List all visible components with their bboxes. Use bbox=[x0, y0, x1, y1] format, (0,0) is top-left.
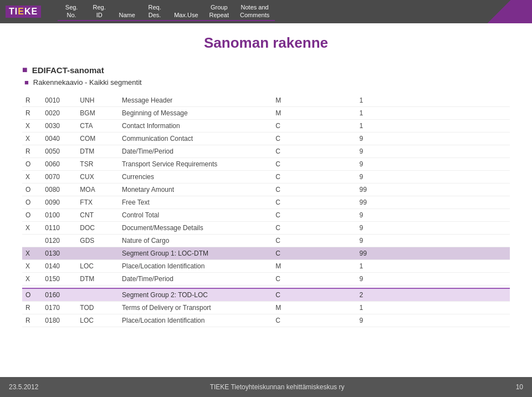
col-name: Name bbox=[113, 10, 141, 21]
logo-text: TIEKE bbox=[6, 6, 41, 18]
table-row: X0030CTAContact InformationC1 bbox=[22, 120, 510, 133]
table-row: 0120GDSNature of CargoC9 bbox=[22, 235, 510, 247]
table-row: X0070CUXCurrenciesC9 bbox=[22, 171, 510, 184]
table-row: R0020BGMBeginning of MessageM1 bbox=[22, 107, 510, 120]
header-accent bbox=[466, 0, 532, 23]
section-bullet: ■ bbox=[22, 65, 28, 75]
footer-center: TIEKE Tietoyhteiskunnan kehittämiskeskus… bbox=[210, 383, 345, 391]
sub-title-text: Rakennekaavio - Kaikki segmentit bbox=[33, 78, 142, 86]
sub-title: ■ Rakennekaavio - Kaikki segmentit bbox=[24, 78, 510, 86]
table-row: X0110DOCDocument/Message DetailsC9 bbox=[22, 222, 510, 235]
table-row: O0090FTXFree TextC99 bbox=[22, 196, 510, 209]
col-group-repeat: GroupRepeat bbox=[204, 2, 234, 22]
table-row: R0010UNHMessage HeaderM1 bbox=[22, 94, 510, 107]
footer-date: 23.5.2012 bbox=[9, 383, 38, 391]
header-columns: Seg.No. Reg.ID Name Req.Des. Max.Use Gro… bbox=[58, 2, 275, 22]
table-row: O0160Segment Group 2: TOD-LOCC2 bbox=[22, 288, 510, 302]
table-row: O0100CNTControl TotalC9 bbox=[22, 209, 510, 222]
main-content: Sanoman rakenne ■ EDIFACT-sanomat ■ Rake… bbox=[0, 23, 532, 360]
page-title: Sanoman rakenne bbox=[22, 34, 510, 52]
col-req-des: Req.Des. bbox=[141, 2, 168, 22]
col-notes-comments: Notes andComments bbox=[234, 2, 275, 22]
data-table: R0010UNHMessage HeaderM1R0020BGMBeginnin… bbox=[22, 94, 510, 327]
col-reg-id: Reg.ID bbox=[85, 2, 113, 22]
table-row: O0060TSRTransport Service RequirementsC9 bbox=[22, 158, 510, 171]
section-title-text: EDIFACT-sanomat bbox=[32, 65, 104, 75]
table-row: X0150DTMDate/Time/PeriodC9 bbox=[22, 273, 510, 286]
footer: 23.5.2012 TIEKE Tietoyhteiskunnan kehitt… bbox=[0, 377, 532, 397]
logo: TIEKE bbox=[6, 6, 41, 18]
table-row: R0180LOCPlace/Location IdentificationC9 bbox=[22, 314, 510, 327]
table-row: X0040COMCommunication ContactC9 bbox=[22, 133, 510, 145]
section-title: ■ EDIFACT-sanomat bbox=[22, 65, 510, 75]
footer-page: 10 bbox=[516, 383, 523, 391]
table-row: R0050DTMDate/Time/PeriodC9 bbox=[22, 145, 510, 158]
col-max-use: Max.Use bbox=[168, 10, 203, 21]
table-row: X0130Segment Group 1: LOC-DTMC99 bbox=[22, 247, 510, 260]
table-row: X0140LOCPlace/Location IdentificationM1 bbox=[22, 260, 510, 273]
table-row: R0170TODTerms of Delivery or TransportM1 bbox=[22, 302, 510, 314]
col-seg-no: Seg.No. bbox=[58, 2, 85, 22]
table-row: O0080MOAMonetary AmountC99 bbox=[22, 184, 510, 196]
sub-bullet: ■ bbox=[24, 78, 29, 86]
header: TIEKE Seg.No. Reg.ID Name Req.Des. Max.U… bbox=[0, 0, 532, 23]
